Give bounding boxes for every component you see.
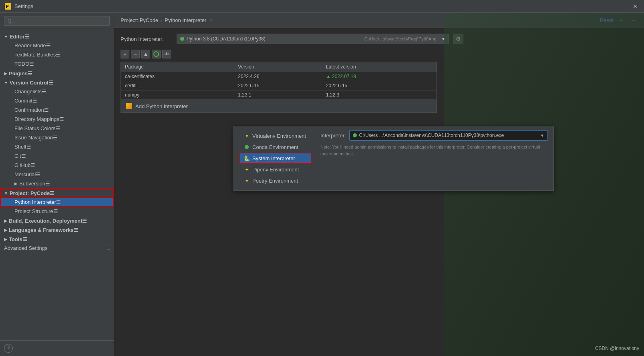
add-package-button[interactable]: +	[121, 50, 129, 58]
sidebar-item-textmate-bundles[interactable]: TextMate Bundles ☰	[0, 50, 114, 59]
forward-button[interactable]: →	[629, 16, 638, 24]
virtualenv-icon: ✦	[244, 133, 250, 139]
breadcrumb-separator: ›	[161, 17, 162, 23]
search-input[interactable]	[4, 16, 110, 26]
sidebar-item-shelf[interactable]: Shelf ☰	[0, 142, 114, 151]
inner-content: Python Interpreter: Python 3.8 (CUDA113t…	[114, 28, 644, 356]
sidebar-item-directory-mappings[interactable]: Directory Mappings ☰	[0, 115, 114, 124]
reader-mode-page-icon: ☰	[46, 42, 51, 48]
toggle-view-button[interactable]: 👁	[162, 50, 171, 58]
pkg-name: ca-certificates	[121, 72, 234, 81]
col-latest-version: Latest version	[322, 62, 437, 72]
interpreter-path-text: C:\Users ...\Anconda\insta\envs\CUDA113t…	[359, 133, 539, 138]
refresh-button[interactable]	[152, 50, 161, 58]
app-icon: P	[5, 3, 11, 10]
interpreter-config-label: Interpreter:	[320, 133, 346, 139]
path-status-icon	[353, 133, 357, 137]
pkg-version: 2022.6.15	[234, 81, 322, 91]
sidebar: ▼ Editor ☰ Reader Mode ☰ TextMate Bundle…	[0, 13, 114, 356]
interpreter-gear-button[interactable]: ⚙	[453, 34, 463, 44]
close-button[interactable]: ✕	[631, 2, 639, 10]
interpreter-path-dropdown[interactable]: C:\Users ...\Anconda\insta\envs\CUDA113t…	[349, 130, 548, 141]
env-item-pipenv[interactable]: ✦ Pipenv Environment	[239, 164, 312, 175]
sidebar-section-project-pycode[interactable]: ▼ Project: PyCode ☰	[0, 188, 114, 197]
poetry-icon: ✦	[244, 177, 250, 184]
help-button[interactable]: ?	[4, 344, 13, 353]
title-bar: P Settings ✕	[0, 0, 644, 13]
sidebar-item-github[interactable]: GitHub ☰	[0, 161, 114, 170]
col-version: Version	[234, 62, 322, 72]
reset-button[interactable]: Reset	[600, 17, 614, 23]
sidebar-section-languages[interactable]: ▶ Languages & Frameworks ☰	[0, 225, 114, 234]
table-row[interactable]: numpy 1.23.1 1.22.3	[121, 91, 437, 100]
breadcrumb-pin-icon: □	[210, 18, 213, 23]
move-up-button[interactable]: ▲	[141, 50, 150, 58]
sidebar-item-reader-mode[interactable]: Reader Mode ☰	[0, 41, 114, 50]
sidebar-item-mercurial[interactable]: Mercurial ☰	[0, 170, 114, 179]
pkg-name: numpy	[121, 91, 234, 100]
sidebar-item-advanced-settings[interactable]: Advanced Settings ☰	[0, 243, 114, 253]
main-layout: ▼ Editor ☰ Reader Mode ☰ TextMate Bundle…	[0, 13, 644, 356]
eye-icon: 👁	[164, 51, 169, 57]
interpreter-label: Python Interpreter:	[121, 36, 173, 42]
sidebar-section-build[interactable]: ▶ Build, Execution, Deployment ☰	[0, 216, 114, 225]
dropdown-panel-row: ✦ Virtualenv Environment Conda Environme…	[234, 126, 553, 190]
env-item-poetry[interactable]: ✦ Poetry Environment	[239, 175, 312, 186]
sidebar-item-file-status-colors[interactable]: File Status Colors ☰	[0, 124, 114, 133]
interpreter-path-short: C:\User...oftware\tech\Prog\Pyth\Anc...	[364, 36, 440, 41]
search-section	[0, 13, 114, 29]
path-dropdown-arrow: ▼	[540, 133, 544, 138]
sidebar-item-python-interpreter[interactable]: Python Interpreter ☰	[0, 197, 114, 207]
env-item-conda[interactable]: Conda Environment	[239, 141, 312, 153]
sidebar-item-confirmation[interactable]: Confirmation ☰	[0, 105, 114, 115]
pkg-latest: 1.22.3	[322, 91, 437, 100]
dropdown-panel: ✦ Virtualenv Environment Conda Environme…	[233, 126, 554, 191]
interpreter-config: Interpreter: C:\Users ...\Anconda\insta\…	[316, 130, 548, 157]
gear-icon: ⚙	[456, 36, 461, 42]
interpreter-name: Python 3.8 (CUDA113torch110Py38)	[187, 36, 363, 42]
build-expand-arrow: ▶	[4, 219, 7, 223]
tools-page-icon: ☰	[22, 236, 27, 242]
add-interpreter-btn[interactable]: Add Python Interpreter	[121, 100, 437, 113]
table-row[interactable]: ca-certificates 2022.4.26 ▲ 2022.07.19	[121, 72, 437, 81]
pycode-page-icon: ☰	[50, 190, 54, 196]
interpreter-note: Note: You'll need admin permissions to i…	[320, 144, 548, 157]
window-title: Settings	[14, 3, 33, 9]
env-item-system[interactable]: 🐍 System Interpreter	[239, 153, 312, 164]
sidebar-section-tools[interactable]: ▶ Tools ☰	[0, 234, 114, 243]
env-item-virtualenv[interactable]: ✦ Virtualenv Environment	[239, 130, 312, 141]
remove-package-button[interactable]: −	[131, 50, 140, 58]
interpreter-row: Python Interpreter: Python 3.8 (CUDA113t…	[121, 34, 638, 44]
pkg-latest: ▲ 2022.07.19	[322, 72, 437, 81]
add-interpreter-label: Add Python Interpreter	[135, 103, 188, 109]
col-package: Package	[121, 62, 234, 72]
interpreter-dropdown[interactable]: Python 3.8 (CUDA113torch110Py38) C:\User…	[177, 34, 449, 44]
sidebar-section-version-control[interactable]: ▼ Version Control ☰	[0, 78, 114, 87]
vc-page-icon: ☰	[48, 80, 53, 86]
sidebar-list: ▼ Editor ☰ Reader Mode ☰ TextMate Bundle…	[0, 29, 114, 340]
svg-text:P: P	[6, 4, 9, 9]
sidebar-item-issue-navigation[interactable]: Issue Navigation ☰	[0, 133, 114, 142]
sidebar-item-commit[interactable]: Commit ☰	[0, 96, 114, 105]
sidebar-section-plugins[interactable]: ▶ Plugins ☰	[0, 68, 114, 78]
sidebar-item-changelists[interactable]: Changelists ☰	[0, 87, 114, 96]
sidebar-item-git[interactable]: Git ☰	[0, 151, 114, 161]
back-button[interactable]: ←	[617, 16, 626, 24]
sidebar-item-todo[interactable]: TODO ☰	[0, 59, 114, 68]
system-interpreter-icon: 🐍	[244, 155, 250, 161]
tools-expand-arrow: ▶	[4, 237, 7, 241]
editor-expand-arrow: ▼	[4, 34, 8, 39]
content-area: Project: PyCode › Python Interpreter □ R…	[114, 13, 644, 356]
pipenv-icon: ✦	[244, 166, 250, 173]
environment-list: ✦ Virtualenv Environment Conda Environme…	[239, 130, 312, 186]
sidebar-section-editor[interactable]: ▼ Editor ☰	[0, 32, 114, 41]
pyc-icon	[126, 103, 132, 109]
pkg-latest: 2022.6.15	[322, 81, 437, 91]
refresh-circle-icon	[153, 51, 159, 57]
interpreter-config-row: Interpreter: C:\Users ...\Anconda\insta\…	[320, 130, 548, 141]
breadcrumb-bar: Project: PyCode › Python Interpreter □ R…	[114, 13, 644, 28]
sidebar-item-project-structure[interactable]: Project Structure ☰	[0, 207, 114, 216]
table-row[interactable]: certifi 2022.6.15 2022.6.15	[121, 81, 437, 91]
sidebar-item-subversion[interactable]: ▶ Subversion ☰	[0, 179, 114, 188]
breadcrumb-actions: Reset ← →	[600, 16, 638, 24]
